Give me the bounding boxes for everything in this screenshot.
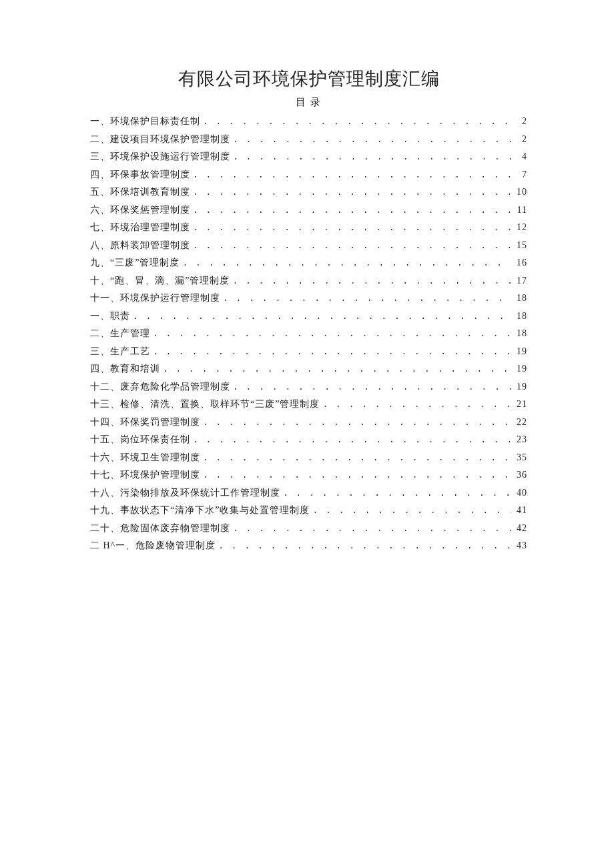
toc-entry-label: 八、原料装卸管理制度 (90, 241, 190, 250)
toc-entry: 十四、环保奖罚管理制度22 (90, 418, 527, 427)
toc-entry-page: 18 (514, 294, 527, 303)
toc-leader-dots (193, 206, 511, 215)
toc-entry-label: 十一、环境保护运行管理制度 (90, 294, 220, 303)
toc-entry: 十二、废弃危险化学品管理制度19 (90, 382, 527, 392)
toc-entry: 七、环境治理管理制度12 (90, 223, 527, 232)
toc-entry: 四、环保事故管理制度7 (90, 170, 527, 179)
toc-entry-label: 十九、事故状态下“清净下水”收集与处置管理制度 (90, 506, 310, 515)
toc-entry: 二十、危险固体废弃物管理制度42 (90, 524, 527, 533)
toc-entry-label: 九、“三废”管理制度 (90, 258, 180, 268)
toc-entry-page: 23 (514, 435, 527, 444)
toc-entry-label: 一、环境保护目标责任制 (90, 117, 200, 126)
toc-entry: 八、原料装卸管理制度15 (90, 241, 527, 250)
toc-leader-dots (312, 506, 511, 515)
toc-entry-label: 十、“跑、冒、滴、漏”管理制度 (90, 276, 230, 286)
toc-entry-page: 18 (514, 312, 527, 321)
toc-leader-dots (193, 242, 511, 250)
toc-entry-label: 十七、环境保护管理制度 (90, 470, 200, 480)
toc-entry-label: 五、环保培训教育制度 (90, 187, 190, 197)
toc-entry-page: 41 (514, 506, 527, 515)
toc-entry-label: 四、环保事故管理制度 (90, 170, 190, 179)
toc-entry-page: 19 (514, 382, 527, 392)
toc-leader-dots (203, 418, 511, 427)
toc-entry-page: 4 (514, 152, 527, 161)
toc-entry-page: 21 (514, 400, 527, 409)
toc-entry: 九、“三废”管理制度16 (90, 258, 527, 268)
toc-entry-page: 2 (514, 117, 527, 126)
toc-leader-dots (133, 312, 511, 321)
toc-entry-label: 二、建设项目环境保护管理制度 (90, 135, 230, 144)
toc-leader-dots (203, 454, 511, 462)
toc-entry-label: 二 H^一、危险废物管理制度 (90, 541, 216, 550)
toc-heading: 目 录 (90, 96, 527, 109)
toc-entry-page: 18 (514, 329, 527, 338)
toc-entry: 二 H^一、危险废物管理制度43 (90, 541, 527, 550)
toc-entry: 三、生产工艺19 (90, 347, 527, 356)
toc-entry-page: 7 (514, 170, 527, 179)
toc-leader-dots (218, 542, 511, 550)
toc-entry-label: 十八、污染物排放及环保统计工作管理制度 (90, 488, 280, 498)
toc-entry-page: 12 (514, 223, 527, 232)
toc-leader-dots (193, 188, 511, 197)
toc-leader-dots (193, 171, 511, 179)
toc-entry-label: 一、职责 (90, 312, 130, 321)
toc-entry-page: 36 (514, 470, 527, 480)
toc-leader-dots (233, 383, 511, 392)
toc-leader-dots (203, 117, 511, 126)
toc-entry-label: 七、环境治理管理制度 (90, 223, 190, 232)
toc-entry-page: 19 (514, 364, 527, 374)
toc-entry: 十、“跑、冒、滴、漏”管理制度17 (90, 276, 527, 286)
toc-entry: 二、生产管理18 (90, 329, 527, 338)
toc-entry: 十三、检修、清洗、置换、取样环节“三废”管理制度21 (90, 400, 527, 409)
toc-entry: 一、环境保护目标责任制2 (90, 117, 527, 126)
toc-leader-dots (223, 294, 511, 303)
toc-entry: 四、教育和培训19 (90, 364, 527, 374)
toc-entry-page: 16 (514, 258, 527, 268)
toc-leader-dots (203, 471, 511, 480)
toc-entry-page: 17 (514, 276, 527, 286)
toc-entry-page: 11 (514, 205, 527, 215)
toc-entry-page: 40 (514, 488, 527, 498)
toc-entry: 十一、环境保护运行管理制度18 (90, 294, 527, 303)
table-of-contents: 一、环境保护目标责任制2二、建设项目环境保护管理制度2三、环境保护设施运行管理制… (90, 117, 527, 550)
toc-leader-dots (153, 330, 511, 338)
toc-leader-dots (232, 277, 511, 286)
toc-entry: 六、环保奖惩管理制度11 (90, 205, 527, 215)
toc-leader-dots (193, 224, 511, 232)
toc-entry-page: 43 (514, 541, 527, 550)
toc-entry-label: 十六、环境卫生管理制度 (90, 453, 200, 462)
toc-entry: 二、建设项目环境保护管理制度2 (90, 135, 527, 144)
toc-entry: 十七、环境保护管理制度36 (90, 470, 527, 480)
toc-entry: 三、环境保护设施运行管理制度4 (90, 152, 527, 161)
toc-entry-label: 二十、危险固体废弃物管理制度 (90, 524, 230, 533)
toc-leader-dots (182, 259, 511, 268)
toc-leader-dots (233, 135, 511, 144)
toc-leader-dots (193, 436, 511, 444)
toc-entry: 一、职责18 (90, 312, 527, 321)
toc-entry: 五、环保培训教育制度10 (90, 187, 527, 197)
toc-entry-page: 22 (514, 418, 527, 427)
toc-entry-label: 三、生产工艺 (90, 347, 150, 356)
toc-entry-label: 二、生产管理 (90, 329, 150, 338)
toc-entry-label: 十三、检修、清洗、置换、取样环节“三废”管理制度 (90, 400, 320, 409)
toc-leader-dots (283, 489, 511, 498)
toc-entry: 十九、事故状态下“清净下水”收集与处置管理制度41 (90, 506, 527, 515)
toc-entry: 十五、岗位环保责任制23 (90, 435, 527, 444)
toc-entry-page: 15 (514, 241, 527, 250)
toc-leader-dots (233, 153, 511, 161)
toc-entry-page: 10 (514, 187, 527, 197)
toc-leader-dots (153, 348, 511, 356)
toc-entry-label: 三、环境保护设施运行管理制度 (90, 152, 230, 161)
toc-leader-dots (322, 400, 511, 409)
toc-leader-dots (233, 524, 511, 533)
toc-entry-page: 35 (514, 453, 527, 462)
toc-entry-page: 19 (514, 347, 527, 356)
document-title: 有限公司环境保护管理制度汇编 (90, 67, 527, 91)
toc-entry-label: 十五、岗位环保责任制 (90, 435, 190, 444)
toc-entry-label: 六、环保奖惩管理制度 (90, 205, 190, 215)
toc-entry-label: 十二、废弃危险化学品管理制度 (90, 382, 230, 392)
toc-entry-page: 2 (514, 135, 527, 144)
toc-entry-label: 十四、环保奖罚管理制度 (90, 418, 200, 427)
toc-entry: 十六、环境卫生管理制度35 (90, 453, 527, 462)
toc-entry: 十八、污染物排放及环保统计工作管理制度40 (90, 488, 527, 498)
